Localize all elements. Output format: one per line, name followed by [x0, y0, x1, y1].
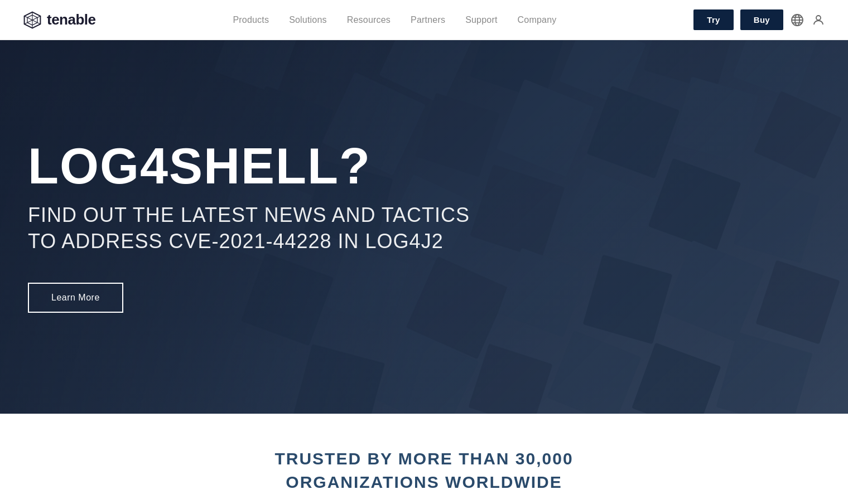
nav-solutions[interactable]: Solutions — [289, 15, 327, 25]
try-button[interactable]: Try — [693, 9, 733, 30]
hero-title-part2: HELL? — [204, 138, 371, 194]
trusted-line2: ORGANIZATIONS WORLDWIDE — [286, 473, 562, 491]
trusted-line1: TRUSTED BY MORE THAN 30,000 — [274, 449, 573, 468]
nav-products[interactable]: Products — [233, 15, 269, 25]
hero-title: LOG4SHELL? — [28, 141, 474, 191]
globe-icon[interactable] — [790, 13, 804, 27]
logo-text: tenable — [47, 11, 96, 28]
logo[interactable]: tenable — [22, 10, 96, 30]
header-actions: Try Buy — [693, 9, 826, 30]
svg-point-10 — [816, 16, 821, 20]
hero-title-part1: LOG4S — [28, 138, 204, 194]
hero-content: LOG4SHELL? FIND OUT THE LATEST NEWS AND … — [0, 141, 502, 313]
learn-more-button[interactable]: Learn More — [28, 283, 123, 313]
nav-resources[interactable]: Resources — [347, 15, 391, 25]
trusted-section: TRUSTED BY MORE THAN 30,000 ORGANIZATION… — [0, 414, 848, 504]
nav-support[interactable]: Support — [465, 15, 497, 25]
user-icon[interactable] — [811, 13, 826, 27]
tenable-logo-icon — [22, 10, 42, 30]
hero-section: LOG4SHELL? FIND OUT THE LATEST NEWS AND … — [0, 40, 848, 414]
nav-company[interactable]: Company — [518, 15, 557, 25]
site-header: tenable Products Solutions Resources Par… — [0, 0, 848, 40]
nav-partners[interactable]: Partners — [411, 15, 445, 25]
main-nav: Products Solutions Resources Partners Su… — [233, 15, 556, 25]
hero-subtitle: FIND OUT THE LATEST NEWS AND TACTICS TO … — [28, 202, 474, 255]
buy-button[interactable]: Buy — [740, 9, 783, 30]
trusted-title: TRUSTED BY MORE THAN 30,000 ORGANIZATION… — [22, 447, 826, 494]
